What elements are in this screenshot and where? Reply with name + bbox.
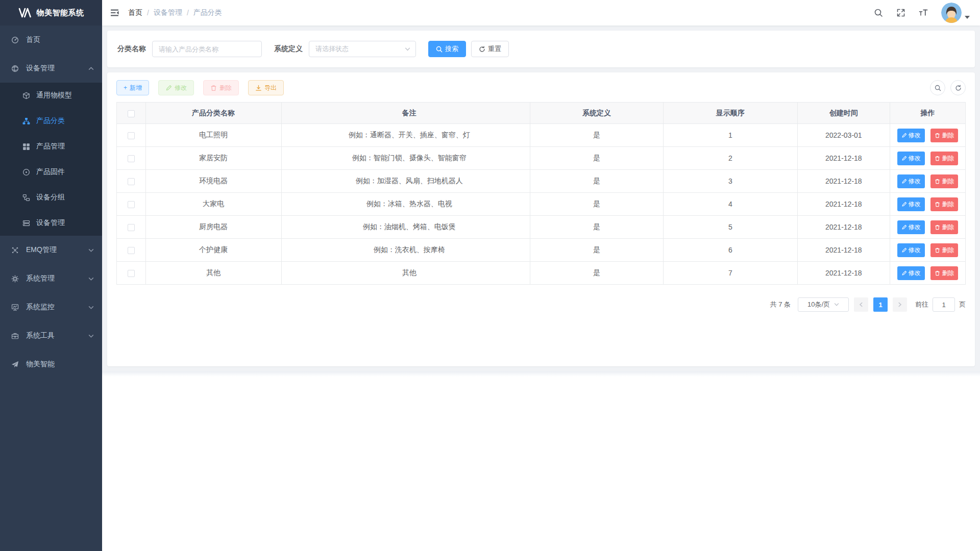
row-checkbox[interactable]	[128, 224, 135, 231]
sidebar-item-product-category[interactable]: 产品分类	[0, 108, 102, 134]
sidebar-item-device-management-sub[interactable]: 设备管理	[0, 210, 102, 236]
refresh-button[interactable]	[950, 80, 966, 95]
cell-category-name: 环境电器	[199, 177, 228, 185]
row-edit-button[interactable]: 修改	[897, 197, 925, 211]
row-delete-button[interactable]: 删除	[930, 220, 958, 234]
row-checkbox[interactable]	[128, 178, 135, 185]
sidebar-item-device-management[interactable]: 设备管理	[0, 54, 102, 83]
prev-page-button[interactable]	[854, 297, 868, 312]
cell-system-defined: 是	[593, 154, 600, 162]
sidebar-item-emq-management[interactable]: EMQ管理	[0, 236, 102, 264]
sidebar-item-thing-model[interactable]: 通用物模型	[0, 83, 102, 108]
pencil-icon	[901, 202, 907, 207]
row-checkbox[interactable]	[128, 201, 135, 208]
row-checkbox[interactable]	[128, 247, 135, 254]
breadcrumb-product-category: 产品分类	[193, 8, 222, 17]
refresh-icon	[479, 46, 485, 53]
row-edit-button[interactable]: 修改	[897, 266, 925, 280]
row-edit-button[interactable]: 修改	[897, 243, 925, 257]
pencil-icon	[901, 247, 907, 253]
sidebar-item-system-monitor[interactable]: 系统监控	[0, 293, 102, 321]
cell-created-time: 2021-12-18	[825, 269, 862, 277]
row-delete-button[interactable]: 删除	[930, 197, 958, 211]
row-delete-button[interactable]: 删除	[930, 243, 958, 257]
trash-icon	[935, 202, 940, 207]
chevron-down-icon	[405, 46, 410, 52]
column-header: 产品分类名称	[192, 109, 235, 117]
add-button[interactable]: + 新增	[116, 80, 149, 95]
gear-icon	[11, 275, 19, 283]
goto-page-input[interactable]	[933, 297, 955, 312]
delete-button[interactable]: 删除	[203, 80, 239, 95]
system-defined-label: 系统定义	[274, 44, 303, 54]
sidebar-toggle-icon[interactable]	[110, 8, 120, 17]
row-delete-button[interactable]: 删除	[930, 129, 958, 142]
row-edit-button[interactable]: 修改	[897, 129, 925, 142]
table-panel: + 新增 修改 删除 导出	[107, 72, 975, 366]
sidebar-item-device-group[interactable]: 设备分组	[0, 185, 102, 210]
sidebar-item-wumei-smart[interactable]: 物美智能	[0, 350, 102, 379]
reset-button[interactable]: 重置	[471, 41, 509, 57]
table-row: 个护健康 例如：洗衣机、按摩椅 是 6 2021-12-18 修改	[117, 239, 966, 262]
cell-remark: 例如：冰箱、热水器、电视	[366, 199, 452, 208]
sidebar-item-label: 系统监控	[26, 303, 88, 312]
chevron-down-icon	[88, 333, 94, 339]
select-all-checkbox[interactable]	[128, 110, 135, 117]
table-row: 大家电 例如：冰箱、热水器、电视 是 4 2021-12-18 修改	[117, 193, 966, 216]
sidebar-item-label: 设备管理	[26, 64, 88, 73]
page-number-active[interactable]: 1	[873, 297, 888, 312]
column-header: 系统定义	[582, 109, 611, 117]
sidebar-item-home[interactable]: 首页	[0, 26, 102, 54]
row-delete-button[interactable]: 删除	[930, 174, 958, 188]
row-checkbox[interactable]	[128, 155, 135, 162]
table-row: 环境电器 例如：加湿器、风扇、扫地机器人 是 3 2021-12-18 修改	[117, 170, 966, 193]
cell-display-order: 6	[728, 246, 732, 254]
cell-category-name: 电工照明	[199, 131, 228, 139]
trash-icon	[935, 270, 940, 276]
font-size-icon[interactable]	[919, 8, 928, 17]
row-edit-button[interactable]: 修改	[897, 152, 925, 165]
row-checkbox[interactable]	[128, 132, 135, 139]
page-size-select[interactable]: 10条/页	[798, 297, 849, 312]
row-edit-button[interactable]: 修改	[897, 174, 925, 188]
toolbox-icon	[11, 332, 19, 340]
cell-display-order: 2	[728, 154, 732, 162]
sidebar-item-label: EMQ管理	[26, 245, 88, 255]
row-delete-button[interactable]: 删除	[930, 266, 958, 280]
search-icon[interactable]	[874, 8, 883, 17]
column-header: 操作	[920, 109, 935, 117]
cell-remark: 例如：洗衣机、按摩椅	[374, 245, 445, 254]
chevron-right-icon	[897, 302, 902, 307]
sidebar-item-product-management[interactable]: 产品管理	[0, 134, 102, 159]
chevron-left-icon	[859, 302, 864, 307]
category-name-input[interactable]	[152, 41, 262, 57]
row-delete-button[interactable]: 删除	[930, 152, 958, 165]
app-logo[interactable]: 物美智能系统	[0, 0, 102, 26]
cell-remark: 例如：通断器、开关、插座、窗帘、灯	[349, 131, 470, 139]
fullscreen-icon[interactable]	[896, 8, 905, 17]
breadcrumb-device-management[interactable]: 设备管理	[154, 8, 182, 17]
row-edit-button[interactable]: 修改	[897, 220, 925, 234]
avatar[interactable]	[941, 3, 962, 23]
cell-system-defined: 是	[593, 245, 600, 254]
system-defined-select[interactable]: 请选择状态	[309, 41, 416, 57]
pagination: 共 7 条 10条/页 1 前往 页	[116, 297, 966, 312]
table-toolbar: + 新增 修改 删除 导出	[116, 80, 966, 95]
toggle-search-button[interactable]	[930, 80, 945, 95]
next-page-button[interactable]	[893, 297, 907, 312]
pencil-icon	[901, 133, 907, 138]
device-management-submenu: 通用物模型 产品分类 产品管理	[0, 83, 102, 236]
cell-category-name: 家居安防	[199, 154, 228, 162]
firmware-icon	[22, 168, 30, 176]
row-checkbox[interactable]	[128, 270, 135, 277]
top-navbar: 首页 / 设备管理 / 产品分类	[102, 0, 980, 26]
sidebar-item-system-tools[interactable]: 系统工具	[0, 321, 102, 350]
user-menu[interactable]	[941, 3, 970, 23]
edit-button[interactable]: 修改	[158, 80, 194, 95]
breadcrumb-home[interactable]: 首页	[128, 8, 142, 17]
sidebar-item-system-management[interactable]: 系统管理	[0, 264, 102, 293]
sidebar-item-product-firmware[interactable]: 产品固件	[0, 159, 102, 185]
sidebar-item-label: 首页	[26, 35, 94, 44]
export-button[interactable]: 导出	[248, 80, 284, 95]
search-button[interactable]: 搜索	[428, 41, 466, 57]
